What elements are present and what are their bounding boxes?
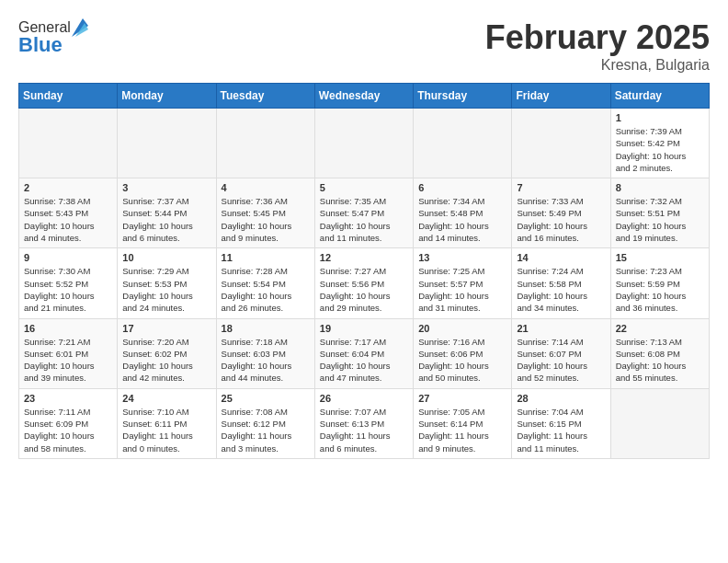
calendar-week-3: 9Sunrise: 7:30 AMSunset: 5:52 PMDaylight… [19,248,710,318]
day-info: Sunrise: 7:20 AMSunset: 6:02 PMDaylight:… [122,336,210,385]
calendar-day-cell: 14Sunrise: 7:24 AMSunset: 5:58 PMDayligh… [512,248,610,318]
day-info: Sunrise: 7:04 AMSunset: 6:15 PMDaylight:… [517,406,605,454]
calendar-day-cell: 6Sunrise: 7:34 AMSunset: 5:48 PMDaylight… [414,178,512,248]
day-info: Sunrise: 7:24 AMSunset: 5:58 PMDaylight:… [517,265,605,314]
day-info: Sunrise: 7:37 AMSunset: 5:44 PMDaylight:… [122,195,210,244]
day-info: Sunrise: 7:30 AMSunset: 5:52 PMDaylight:… [24,265,112,314]
day-number: 20 [418,323,506,334]
day-number: 7 [517,182,605,193]
day-number: 23 [24,393,112,404]
day-number: 25 [222,393,310,404]
weekday-header-row: SundayMondayTuesdayWednesdayThursdayFrid… [19,84,710,109]
day-info: Sunrise: 7:11 AMSunset: 6:09 PMDaylight:… [24,406,112,454]
calendar-day-cell [19,109,118,178]
calendar-day-cell: 13Sunrise: 7:25 AMSunset: 5:57 PMDayligh… [414,248,512,318]
day-number: 5 [320,182,408,193]
calendar-table: SundayMondayTuesdayWednesdayThursdayFrid… [18,83,710,459]
weekday-header-friday: Friday [512,84,610,109]
day-info: Sunrise: 7:14 AMSunset: 6:07 PMDaylight:… [517,336,605,385]
day-number: 12 [320,252,408,263]
day-info: Sunrise: 7:25 AMSunset: 5:57 PMDaylight:… [418,265,506,314]
day-number: 8 [616,182,704,193]
day-number: 4 [222,182,310,193]
day-number: 17 [122,323,210,334]
calendar-day-cell [512,109,610,178]
calendar-day-cell [118,109,216,178]
day-number: 24 [122,393,210,404]
calendar-day-cell: 17Sunrise: 7:20 AMSunset: 6:02 PMDayligh… [118,318,216,388]
day-number: 18 [222,323,310,334]
day-number: 1 [616,112,704,123]
calendar-day-cell: 12Sunrise: 7:27 AMSunset: 5:56 PMDayligh… [314,248,413,318]
day-number: 21 [517,323,605,334]
title-block: February 2025 Kresna, Bulgaria [485,18,710,74]
day-info: Sunrise: 7:07 AMSunset: 6:13 PMDaylight:… [320,406,408,454]
day-number: 2 [24,182,112,193]
calendar-day-cell: 4Sunrise: 7:36 AMSunset: 5:45 PMDaylight… [216,178,314,248]
location: Kresna, Bulgaria [485,57,710,74]
calendar-day-cell: 7Sunrise: 7:33 AMSunset: 5:49 PMDaylight… [512,178,610,248]
calendar-day-cell: 28Sunrise: 7:04 AMSunset: 6:15 PMDayligh… [512,388,610,458]
page-header: General Blue February 2025 Kresna, Bulga… [18,18,710,74]
calendar-day-cell: 27Sunrise: 7:05 AMSunset: 6:14 PMDayligh… [414,388,512,458]
calendar-day-cell: 2Sunrise: 7:38 AMSunset: 5:43 PMDaylight… [19,178,118,248]
calendar-day-cell: 25Sunrise: 7:08 AMSunset: 6:12 PMDayligh… [216,388,314,458]
day-info: Sunrise: 7:33 AMSunset: 5:49 PMDaylight:… [517,195,605,244]
calendar-week-4: 16Sunrise: 7:21 AMSunset: 6:01 PMDayligh… [19,318,710,388]
day-number: 13 [418,252,506,263]
calendar-day-cell [216,109,314,178]
calendar-day-cell: 9Sunrise: 7:30 AMSunset: 5:52 PMDaylight… [19,248,118,318]
calendar-day-cell [610,388,709,458]
calendar-day-cell: 1Sunrise: 7:39 AMSunset: 5:42 PMDaylight… [610,109,709,178]
day-number: 16 [24,323,112,334]
calendar-day-cell: 16Sunrise: 7:21 AMSunset: 6:01 PMDayligh… [19,318,118,388]
day-number: 27 [418,393,506,404]
day-info: Sunrise: 7:18 AMSunset: 6:03 PMDaylight:… [222,336,310,385]
day-info: Sunrise: 7:32 AMSunset: 5:51 PMDaylight:… [616,195,704,244]
day-info: Sunrise: 7:17 AMSunset: 6:04 PMDaylight:… [320,336,408,385]
day-number: 14 [517,252,605,263]
logo-blue-text: Blue [18,33,63,57]
calendar-day-cell: 5Sunrise: 7:35 AMSunset: 5:47 PMDaylight… [314,178,413,248]
logo: General Blue [18,18,88,57]
weekday-header-sunday: Sunday [19,84,118,109]
day-number: 3 [122,182,210,193]
day-number: 28 [517,393,605,404]
weekday-header-tuesday: Tuesday [216,84,314,109]
day-number: 9 [24,252,112,263]
calendar-day-cell: 10Sunrise: 7:29 AMSunset: 5:53 PMDayligh… [118,248,216,318]
day-number: 15 [616,252,704,263]
calendar-week-1: 1Sunrise: 7:39 AMSunset: 5:42 PMDaylight… [19,109,710,178]
weekday-header-thursday: Thursday [414,84,512,109]
calendar-week-2: 2Sunrise: 7:38 AMSunset: 5:43 PMDaylight… [19,178,710,248]
day-info: Sunrise: 7:34 AMSunset: 5:48 PMDaylight:… [418,195,506,244]
day-number: 22 [616,323,704,334]
day-info: Sunrise: 7:05 AMSunset: 6:14 PMDaylight:… [418,406,506,454]
day-info: Sunrise: 7:08 AMSunset: 6:12 PMDaylight:… [222,406,310,454]
weekday-header-saturday: Saturday [610,84,709,109]
day-info: Sunrise: 7:39 AMSunset: 5:42 PMDaylight:… [616,125,704,174]
calendar-day-cell: 11Sunrise: 7:28 AMSunset: 5:54 PMDayligh… [216,248,314,318]
day-info: Sunrise: 7:10 AMSunset: 6:11 PMDaylight:… [122,406,210,454]
weekday-header-monday: Monday [118,84,216,109]
day-info: Sunrise: 7:38 AMSunset: 5:43 PMDaylight:… [24,195,112,244]
day-number: 10 [122,252,210,263]
calendar-day-cell: 15Sunrise: 7:23 AMSunset: 5:59 PMDayligh… [610,248,709,318]
month-title: February 2025 [485,18,710,57]
day-info: Sunrise: 7:21 AMSunset: 6:01 PMDaylight:… [24,336,112,385]
day-number: 26 [320,393,408,404]
day-info: Sunrise: 7:13 AMSunset: 6:08 PMDaylight:… [616,336,704,385]
day-number: 11 [222,252,310,263]
calendar-day-cell: 24Sunrise: 7:10 AMSunset: 6:11 PMDayligh… [118,388,216,458]
calendar-day-cell [314,109,413,178]
day-number: 6 [418,182,506,193]
calendar-week-5: 23Sunrise: 7:11 AMSunset: 6:09 PMDayligh… [19,388,710,458]
calendar-day-cell: 22Sunrise: 7:13 AMSunset: 6:08 PMDayligh… [610,318,709,388]
logo-icon [72,18,88,37]
day-info: Sunrise: 7:23 AMSunset: 5:59 PMDaylight:… [616,265,704,314]
day-info: Sunrise: 7:27 AMSunset: 5:56 PMDaylight:… [320,265,408,314]
calendar-day-cell: 21Sunrise: 7:14 AMSunset: 6:07 PMDayligh… [512,318,610,388]
day-info: Sunrise: 7:28 AMSunset: 5:54 PMDaylight:… [222,265,310,314]
calendar-day-cell: 19Sunrise: 7:17 AMSunset: 6:04 PMDayligh… [314,318,413,388]
calendar-day-cell: 8Sunrise: 7:32 AMSunset: 5:51 PMDaylight… [610,178,709,248]
